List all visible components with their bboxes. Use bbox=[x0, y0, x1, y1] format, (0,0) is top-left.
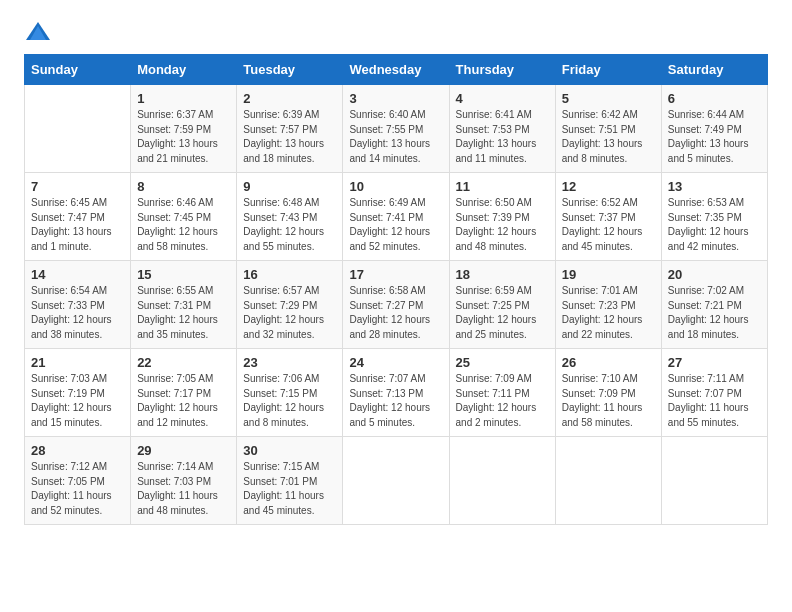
day-number: 7 bbox=[31, 179, 124, 194]
cell-content: Sunrise: 6:50 AM Sunset: 7:39 PM Dayligh… bbox=[456, 196, 549, 254]
calendar-cell: 24Sunrise: 7:07 AM Sunset: 7:13 PM Dayli… bbox=[343, 349, 449, 437]
calendar-cell: 19Sunrise: 7:01 AM Sunset: 7:23 PM Dayli… bbox=[555, 261, 661, 349]
calendar-cell: 16Sunrise: 6:57 AM Sunset: 7:29 PM Dayli… bbox=[237, 261, 343, 349]
calendar-cell: 25Sunrise: 7:09 AM Sunset: 7:11 PM Dayli… bbox=[449, 349, 555, 437]
calendar-cell: 18Sunrise: 6:59 AM Sunset: 7:25 PM Dayli… bbox=[449, 261, 555, 349]
day-number: 27 bbox=[668, 355, 761, 370]
cell-content: Sunrise: 7:10 AM Sunset: 7:09 PM Dayligh… bbox=[562, 372, 655, 430]
calendar-cell: 23Sunrise: 7:06 AM Sunset: 7:15 PM Dayli… bbox=[237, 349, 343, 437]
day-number: 2 bbox=[243, 91, 336, 106]
logo-icon bbox=[24, 20, 52, 44]
calendar-cell: 2Sunrise: 6:39 AM Sunset: 7:57 PM Daylig… bbox=[237, 85, 343, 173]
calendar-cell: 4Sunrise: 6:41 AM Sunset: 7:53 PM Daylig… bbox=[449, 85, 555, 173]
cell-content: Sunrise: 6:48 AM Sunset: 7:43 PM Dayligh… bbox=[243, 196, 336, 254]
day-number: 30 bbox=[243, 443, 336, 458]
day-number: 9 bbox=[243, 179, 336, 194]
cell-content: Sunrise: 6:53 AM Sunset: 7:35 PM Dayligh… bbox=[668, 196, 761, 254]
header bbox=[24, 20, 768, 44]
cell-content: Sunrise: 6:41 AM Sunset: 7:53 PM Dayligh… bbox=[456, 108, 549, 166]
day-number: 28 bbox=[31, 443, 124, 458]
calendar-week-2: 7Sunrise: 6:45 AM Sunset: 7:47 PM Daylig… bbox=[25, 173, 768, 261]
cell-content: Sunrise: 6:45 AM Sunset: 7:47 PM Dayligh… bbox=[31, 196, 124, 254]
day-header-friday: Friday bbox=[555, 55, 661, 85]
calendar-cell: 29Sunrise: 7:14 AM Sunset: 7:03 PM Dayli… bbox=[131, 437, 237, 525]
calendar-cell: 13Sunrise: 6:53 AM Sunset: 7:35 PM Dayli… bbox=[661, 173, 767, 261]
calendar-cell: 3Sunrise: 6:40 AM Sunset: 7:55 PM Daylig… bbox=[343, 85, 449, 173]
calendar-cell bbox=[555, 437, 661, 525]
cell-content: Sunrise: 6:49 AM Sunset: 7:41 PM Dayligh… bbox=[349, 196, 442, 254]
calendar-week-3: 14Sunrise: 6:54 AM Sunset: 7:33 PM Dayli… bbox=[25, 261, 768, 349]
cell-content: Sunrise: 6:52 AM Sunset: 7:37 PM Dayligh… bbox=[562, 196, 655, 254]
cell-content: Sunrise: 6:42 AM Sunset: 7:51 PM Dayligh… bbox=[562, 108, 655, 166]
cell-content: Sunrise: 6:57 AM Sunset: 7:29 PM Dayligh… bbox=[243, 284, 336, 342]
calendar-cell bbox=[343, 437, 449, 525]
calendar-cell: 22Sunrise: 7:05 AM Sunset: 7:17 PM Dayli… bbox=[131, 349, 237, 437]
day-header-monday: Monday bbox=[131, 55, 237, 85]
cell-content: Sunrise: 6:44 AM Sunset: 7:49 PM Dayligh… bbox=[668, 108, 761, 166]
calendar-cell: 15Sunrise: 6:55 AM Sunset: 7:31 PM Dayli… bbox=[131, 261, 237, 349]
day-number: 14 bbox=[31, 267, 124, 282]
calendar-cell: 10Sunrise: 6:49 AM Sunset: 7:41 PM Dayli… bbox=[343, 173, 449, 261]
cell-content: Sunrise: 7:01 AM Sunset: 7:23 PM Dayligh… bbox=[562, 284, 655, 342]
day-number: 1 bbox=[137, 91, 230, 106]
day-header-tuesday: Tuesday bbox=[237, 55, 343, 85]
calendar-cell: 11Sunrise: 6:50 AM Sunset: 7:39 PM Dayli… bbox=[449, 173, 555, 261]
cell-content: Sunrise: 7:09 AM Sunset: 7:11 PM Dayligh… bbox=[456, 372, 549, 430]
calendar-cell: 6Sunrise: 6:44 AM Sunset: 7:49 PM Daylig… bbox=[661, 85, 767, 173]
day-number: 25 bbox=[456, 355, 549, 370]
calendar-cell bbox=[449, 437, 555, 525]
cell-content: Sunrise: 6:40 AM Sunset: 7:55 PM Dayligh… bbox=[349, 108, 442, 166]
cell-content: Sunrise: 7:05 AM Sunset: 7:17 PM Dayligh… bbox=[137, 372, 230, 430]
cell-content: Sunrise: 7:07 AM Sunset: 7:13 PM Dayligh… bbox=[349, 372, 442, 430]
cell-content: Sunrise: 6:39 AM Sunset: 7:57 PM Dayligh… bbox=[243, 108, 336, 166]
calendar-week-5: 28Sunrise: 7:12 AM Sunset: 7:05 PM Dayli… bbox=[25, 437, 768, 525]
cell-content: Sunrise: 7:11 AM Sunset: 7:07 PM Dayligh… bbox=[668, 372, 761, 430]
day-number: 3 bbox=[349, 91, 442, 106]
day-number: 11 bbox=[456, 179, 549, 194]
day-number: 19 bbox=[562, 267, 655, 282]
header-row: SundayMondayTuesdayWednesdayThursdayFrid… bbox=[25, 55, 768, 85]
calendar-cell: 9Sunrise: 6:48 AM Sunset: 7:43 PM Daylig… bbox=[237, 173, 343, 261]
day-number: 10 bbox=[349, 179, 442, 194]
calendar-cell: 5Sunrise: 6:42 AM Sunset: 7:51 PM Daylig… bbox=[555, 85, 661, 173]
day-number: 4 bbox=[456, 91, 549, 106]
calendar-week-4: 21Sunrise: 7:03 AM Sunset: 7:19 PM Dayli… bbox=[25, 349, 768, 437]
cell-content: Sunrise: 7:06 AM Sunset: 7:15 PM Dayligh… bbox=[243, 372, 336, 430]
day-number: 13 bbox=[668, 179, 761, 194]
day-number: 26 bbox=[562, 355, 655, 370]
cell-content: Sunrise: 7:02 AM Sunset: 7:21 PM Dayligh… bbox=[668, 284, 761, 342]
day-number: 24 bbox=[349, 355, 442, 370]
day-number: 5 bbox=[562, 91, 655, 106]
day-number: 22 bbox=[137, 355, 230, 370]
day-header-thursday: Thursday bbox=[449, 55, 555, 85]
day-number: 21 bbox=[31, 355, 124, 370]
day-number: 18 bbox=[456, 267, 549, 282]
calendar-cell: 14Sunrise: 6:54 AM Sunset: 7:33 PM Dayli… bbox=[25, 261, 131, 349]
cell-content: Sunrise: 7:14 AM Sunset: 7:03 PM Dayligh… bbox=[137, 460, 230, 518]
calendar-table: SundayMondayTuesdayWednesdayThursdayFrid… bbox=[24, 54, 768, 525]
day-number: 16 bbox=[243, 267, 336, 282]
calendar-cell: 21Sunrise: 7:03 AM Sunset: 7:19 PM Dayli… bbox=[25, 349, 131, 437]
calendar-cell: 17Sunrise: 6:58 AM Sunset: 7:27 PM Dayli… bbox=[343, 261, 449, 349]
cell-content: Sunrise: 6:37 AM Sunset: 7:59 PM Dayligh… bbox=[137, 108, 230, 166]
calendar-cell bbox=[661, 437, 767, 525]
logo bbox=[24, 20, 56, 44]
calendar-cell: 12Sunrise: 6:52 AM Sunset: 7:37 PM Dayli… bbox=[555, 173, 661, 261]
day-number: 12 bbox=[562, 179, 655, 194]
calendar-cell: 26Sunrise: 7:10 AM Sunset: 7:09 PM Dayli… bbox=[555, 349, 661, 437]
calendar-cell: 20Sunrise: 7:02 AM Sunset: 7:21 PM Dayli… bbox=[661, 261, 767, 349]
calendar-cell: 8Sunrise: 6:46 AM Sunset: 7:45 PM Daylig… bbox=[131, 173, 237, 261]
calendar-week-1: 1Sunrise: 6:37 AM Sunset: 7:59 PM Daylig… bbox=[25, 85, 768, 173]
day-number: 8 bbox=[137, 179, 230, 194]
day-number: 15 bbox=[137, 267, 230, 282]
day-number: 6 bbox=[668, 91, 761, 106]
day-header-saturday: Saturday bbox=[661, 55, 767, 85]
day-header-wednesday: Wednesday bbox=[343, 55, 449, 85]
cell-content: Sunrise: 6:54 AM Sunset: 7:33 PM Dayligh… bbox=[31, 284, 124, 342]
calendar-cell: 30Sunrise: 7:15 AM Sunset: 7:01 PM Dayli… bbox=[237, 437, 343, 525]
calendar-cell bbox=[25, 85, 131, 173]
cell-content: Sunrise: 6:55 AM Sunset: 7:31 PM Dayligh… bbox=[137, 284, 230, 342]
cell-content: Sunrise: 7:03 AM Sunset: 7:19 PM Dayligh… bbox=[31, 372, 124, 430]
calendar-cell: 28Sunrise: 7:12 AM Sunset: 7:05 PM Dayli… bbox=[25, 437, 131, 525]
cell-content: Sunrise: 7:15 AM Sunset: 7:01 PM Dayligh… bbox=[243, 460, 336, 518]
